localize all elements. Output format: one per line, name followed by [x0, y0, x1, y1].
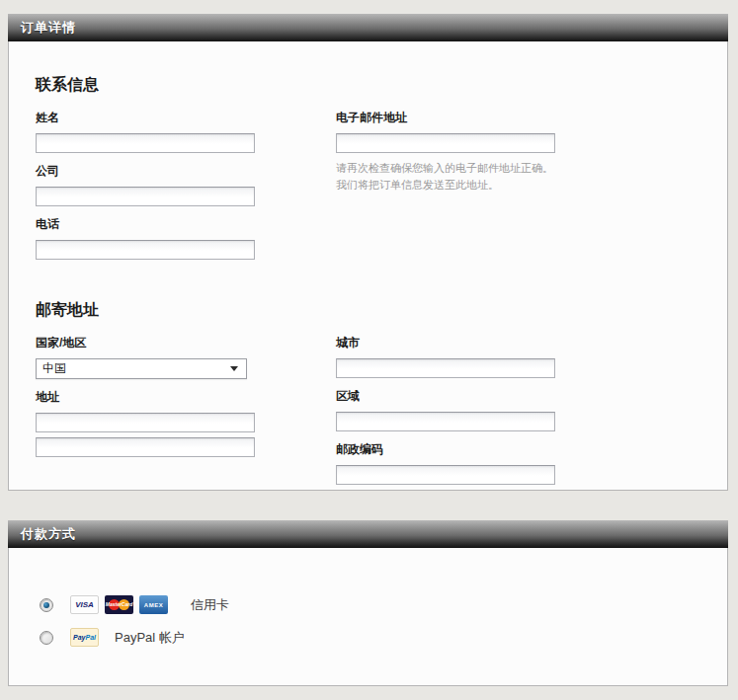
- city-input[interactable]: [336, 358, 555, 378]
- paypal-option[interactable]: PayPal PayPal 帐户: [40, 627, 727, 648]
- postal-code-field-label: 邮政编码: [336, 442, 565, 457]
- credit-card-icons: VISA MasterCard AMEX: [70, 595, 174, 614]
- email-field: 电子邮件地址 请再次检查确保您输入的电子邮件地址正确。我们将把订单信息发送至此地…: [336, 111, 565, 194]
- email-field-label: 电子邮件地址: [336, 111, 565, 125]
- mailing-address-heading: 邮寄地址: [36, 300, 700, 320]
- address-input-line1[interactable]: [36, 413, 255, 432]
- amex-icon: AMEX: [139, 595, 168, 614]
- phone-field: 电话: [36, 217, 255, 260]
- order-details-panel: 订单详情 联系信息 姓名 公司 电: [8, 14, 728, 491]
- checkout-page: 订单详情 联系信息 姓名 公司 电: [0, 0, 738, 700]
- credit-card-radio[interactable]: [40, 598, 53, 612]
- visa-icon: VISA: [70, 595, 99, 614]
- city-field-label: 城市: [336, 336, 565, 350]
- name-field-label: 姓名: [36, 111, 255, 125]
- address-input-line2[interactable]: [36, 437, 255, 457]
- phone-field-label: 电话: [36, 217, 255, 232]
- email-input[interactable]: [336, 133, 555, 153]
- mailing-address-section: 邮寄地址 国家/地区 中国 地址: [36, 300, 700, 496]
- order-details-header: 订单详情: [8, 14, 728, 41]
- contact-info-section: 联系信息 姓名 公司 电话: [36, 75, 700, 271]
- email-help-text: 请再次检查确保您输入的电子邮件地址正确。我们将把订单信息发送至此地址。: [336, 160, 561, 194]
- country-selected-value: 中国: [42, 360, 66, 377]
- name-input[interactable]: [36, 133, 255, 153]
- name-field: 姓名: [36, 111, 255, 153]
- region-input[interactable]: [336, 412, 555, 431]
- region-field-label: 区域: [336, 389, 565, 404]
- company-input[interactable]: [36, 187, 255, 206]
- address-field-label: 地址: [36, 390, 255, 405]
- country-field: 国家/地区 中国: [36, 336, 255, 379]
- postal-code-input[interactable]: [336, 465, 555, 485]
- paypal-radio[interactable]: [40, 631, 53, 645]
- payment-methods-panel: 付款方式 VISA MasterCard AMEX 信用卡: [8, 520, 728, 686]
- paypal-icon: PayPal: [70, 628, 99, 647]
- chevron-down-icon: [230, 366, 238, 371]
- region-field: 区域: [336, 389, 565, 431]
- company-field: 公司: [36, 164, 255, 206]
- country-select[interactable]: 中国: [36, 358, 247, 379]
- credit-card-label: 信用卡: [191, 596, 229, 614]
- payment-methods-title: 付款方式: [21, 526, 76, 541]
- contact-info-heading: 联系信息: [36, 75, 700, 95]
- paypal-label: PayPal 帐户: [115, 629, 185, 647]
- order-details-title: 订单详情: [21, 20, 76, 35]
- payment-methods-header: 付款方式: [8, 520, 728, 548]
- city-field: 城市: [336, 336, 565, 378]
- paypal-icons: PayPal: [70, 628, 105, 647]
- order-details-body: 联系信息 姓名 公司 电话: [8, 41, 728, 491]
- credit-card-option[interactable]: VISA MasterCard AMEX 信用卡: [40, 594, 727, 615]
- address-field: 地址: [36, 390, 255, 457]
- company-field-label: 公司: [36, 164, 255, 179]
- payment-methods-body: VISA MasterCard AMEX 信用卡 PayPal: [8, 548, 728, 686]
- mastercard-icon: MasterCard: [105, 595, 133, 614]
- country-field-label: 国家/地区: [36, 336, 255, 350]
- postal-code-field: 邮政编码: [336, 442, 565, 485]
- phone-input[interactable]: [36, 240, 255, 260]
